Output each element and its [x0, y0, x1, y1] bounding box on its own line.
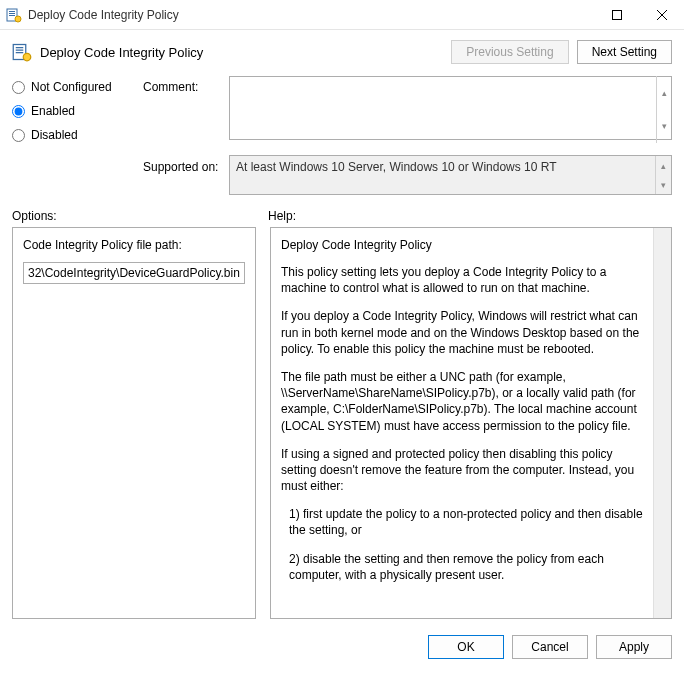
radio-disabled[interactable]: Disabled: [12, 128, 137, 142]
options-label: Options:: [12, 209, 268, 223]
policy-file-path-input[interactable]: [23, 262, 245, 284]
supported-on-text: At least Windows 10 Server, Windows 10 o…: [236, 160, 557, 174]
policy-title: Deploy Code Integrity Policy: [40, 45, 451, 60]
previous-setting-button[interactable]: Previous Setting: [451, 40, 568, 64]
radio-disabled-label: Disabled: [31, 128, 78, 142]
window-title: Deploy Code Integrity Policy: [28, 8, 549, 22]
svg-rect-11: [16, 52, 24, 53]
dialog-footer: OK Cancel Apply: [0, 627, 684, 669]
help-p4: If using a signed and protected policy t…: [281, 446, 643, 495]
radio-not-configured-input[interactable]: [12, 81, 25, 94]
help-title: Deploy Code Integrity Policy: [281, 238, 643, 252]
svg-point-12: [23, 53, 31, 61]
cancel-button[interactable]: Cancel: [512, 635, 588, 659]
help-p2: If you deploy a Code Integrity Policy, W…: [281, 308, 643, 357]
svg-rect-2: [9, 13, 15, 14]
comment-scroll[interactable]: ▴▾: [656, 76, 672, 143]
help-panel: Deploy Code Integrity Policy This policy…: [270, 227, 672, 619]
radio-not-configured-label: Not Configured: [31, 80, 112, 94]
svg-rect-3: [9, 15, 15, 16]
maximize-button[interactable]: [594, 0, 639, 30]
app-icon: [6, 7, 22, 23]
state-radio-group: Not Configured Enabled Disabled: [12, 76, 137, 142]
comment-label: Comment:: [143, 80, 223, 94]
supported-on-box: At least Windows 10 Server, Windows 10 o…: [229, 155, 672, 195]
options-panel: Code Integrity Policy file path:: [12, 227, 256, 619]
svg-rect-1: [9, 11, 15, 12]
next-setting-button[interactable]: Next Setting: [577, 40, 672, 64]
help-p6: 2) disable the setting and then remove t…: [281, 551, 643, 583]
help-body: This policy setting lets you deploy a Co…: [281, 264, 643, 583]
svg-rect-9: [16, 47, 24, 48]
svg-point-4: [15, 16, 21, 22]
policy-icon: [12, 42, 32, 62]
apply-button[interactable]: Apply: [596, 635, 672, 659]
radio-enabled[interactable]: Enabled: [12, 104, 137, 118]
supported-on-label: Supported on:: [143, 160, 223, 174]
path-label: Code Integrity Policy file path:: [23, 238, 245, 252]
help-label: Help:: [268, 209, 296, 223]
radio-not-configured[interactable]: Not Configured: [12, 80, 137, 94]
help-p1: This policy setting lets you deploy a Co…: [281, 264, 643, 296]
help-p3: The file path must be either a UNC path …: [281, 369, 643, 434]
svg-rect-5: [612, 10, 621, 19]
radio-disabled-input[interactable]: [12, 129, 25, 142]
policy-header: Deploy Code Integrity Policy Previous Se…: [0, 30, 684, 70]
supported-scroll[interactable]: ▴▾: [655, 156, 671, 194]
radio-enabled-label: Enabled: [31, 104, 75, 118]
comment-textarea[interactable]: [229, 76, 672, 140]
help-p5: 1) first update the policy to a non-prot…: [281, 506, 643, 538]
svg-rect-10: [16, 50, 24, 51]
close-button[interactable]: [639, 0, 684, 30]
window-titlebar: Deploy Code Integrity Policy: [0, 0, 684, 30]
radio-enabled-input[interactable]: [12, 105, 25, 118]
ok-button[interactable]: OK: [428, 635, 504, 659]
